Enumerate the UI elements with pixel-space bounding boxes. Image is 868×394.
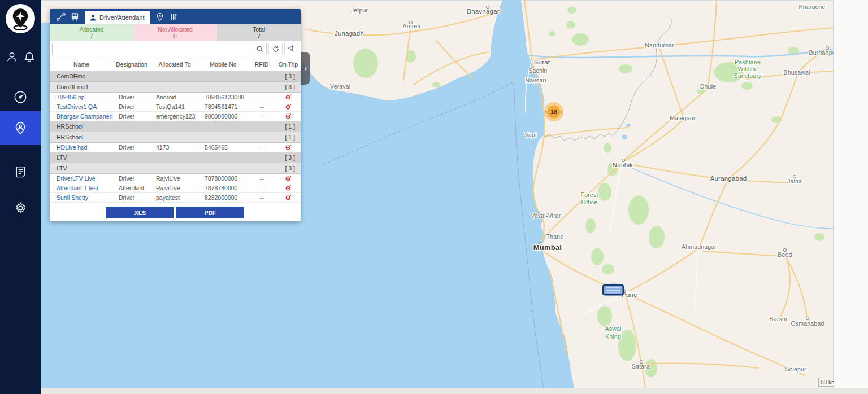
- driver-designation: Driver: [113, 103, 150, 110]
- tab-driver-attendant-label: Driver/Attendant: [99, 14, 144, 21]
- refresh-icon: [272, 45, 280, 53]
- driver-on-trip-cell[interactable]: [276, 93, 301, 102]
- driver-mobile: 9800000000: [199, 113, 248, 120]
- driver-allocated-to: Android: [150, 94, 199, 100]
- tab-driver-attendant[interactable]: Driver/Attendant: [85, 11, 150, 24]
- driver-on-trip-cell[interactable]: [276, 103, 301, 111]
- group-row[interactable]: ComDEmo[ 3 ]: [50, 71, 301, 82]
- driver-designation: Driver: [113, 113, 150, 120]
- driver-mobile: 8282000000: [199, 194, 248, 201]
- map-label: Thane: [546, 233, 564, 240]
- group-count: [ 3 ]: [285, 84, 295, 90]
- filter-button[interactable]: [284, 43, 298, 55]
- driver-rfid: --: [248, 94, 276, 100]
- map-label: Satara: [632, 363, 650, 370]
- driver-designation: Driver: [113, 194, 150, 201]
- report-document-icon: [14, 165, 27, 178]
- route-tab-icon[interactable]: [54, 9, 68, 24]
- vehicle-tab-icon[interactable]: [68, 9, 81, 24]
- map-label: Forest: [581, 191, 598, 198]
- driver-rfid: --: [248, 144, 276, 151]
- driver-row[interactable]: HDLive hsdDriver41735465465--: [50, 143, 301, 152]
- on-trip-icon: [285, 194, 292, 201]
- group-row[interactable]: HRSchool[ 1 ]: [50, 132, 301, 143]
- panel-tab-bar: Driver/Attendant: [50, 9, 301, 24]
- driver-name[interactable]: Sunil Shetty: [50, 194, 113, 201]
- person-pin-tab-icon[interactable]: [153, 9, 167, 24]
- map-label: Solapur: [785, 366, 806, 373]
- map-label: Wildlife: [737, 65, 757, 72]
- map-label: Office: [581, 199, 597, 205]
- driver-rfid: --: [248, 103, 276, 110]
- group-count: [ 3 ]: [285, 165, 295, 172]
- stat-not-allocated-label: Not Allocated: [158, 26, 193, 33]
- app-logo[interactable]: [6, 4, 35, 33]
- driver-row[interactable]: TestDriver1 QADriverTestQa1417894561471-…: [50, 102, 301, 112]
- driver-on-trip-cell[interactable]: [276, 184, 301, 192]
- driver-on-trip-cell[interactable]: [276, 174, 301, 183]
- map-label: Junagadh: [335, 30, 364, 37]
- users-icon[interactable]: [6, 51, 18, 63]
- pdf-export-button[interactable]: PDF: [176, 207, 244, 218]
- sidebar-item-reports[interactable]: [0, 157, 41, 186]
- map-label: Sanctuary: [734, 72, 762, 79]
- driver-allocated-to: TestQa141: [150, 103, 199, 110]
- driver-mobile: 789456123088: [199, 94, 248, 100]
- driver-on-trip-cell[interactable]: [276, 194, 301, 202]
- search-input[interactable]: [55, 44, 256, 54]
- driver-row[interactable]: Attendant T testAttendantRajviLive787878…: [50, 183, 301, 193]
- filter-icon: [286, 44, 297, 55]
- stat-total-value: 7: [257, 33, 261, 40]
- sidebar-item-tracking[interactable]: [0, 111, 41, 145]
- cluster-marker[interactable]: 18: [544, 102, 563, 121]
- allocation-stats: Allocated 7 Not Allocated 0 Total 7: [50, 24, 301, 41]
- driver-row[interactable]: Bhargav ChampaneriDriveremergency1239800…: [50, 112, 301, 121]
- driver-on-trip-cell[interactable]: [276, 143, 301, 152]
- col-allocated-to: Allocated To: [150, 61, 199, 68]
- xls-export-button[interactable]: XLS: [106, 207, 174, 218]
- driver-row[interactable]: DriverLTV LiveDriverRajviLive7878000000-…: [50, 174, 301, 183]
- group-name: HRSchool: [57, 123, 83, 130]
- map-label: Bhusawal: [783, 69, 810, 76]
- on-trip-icon: [285, 93, 292, 100]
- sidebar-item-settings[interactable]: [0, 193, 41, 222]
- driver-name[interactable]: 789456 pp: [50, 94, 113, 100]
- vehicle-marker[interactable]: [603, 285, 623, 295]
- driver-mobile: 7894561471: [199, 103, 248, 110]
- map-label: Veraval: [330, 83, 350, 90]
- group-row[interactable]: HRSchool[ 1 ]: [50, 121, 301, 132]
- driver-row[interactable]: 789456 ppDriverAndroid789456123088--: [50, 93, 301, 102]
- driver-name[interactable]: Bhargav Champaneri: [50, 113, 113, 120]
- stat-allocated-label: Allocated: [79, 26, 103, 33]
- group-row[interactable]: LTV[ 3 ]: [50, 152, 301, 163]
- group-name: LTV: [57, 165, 67, 172]
- group-row[interactable]: ComDEmo1[ 3 ]: [50, 82, 301, 93]
- driver-name[interactable]: HDLive hsd: [50, 144, 113, 151]
- group-count: [ 1 ]: [285, 134, 295, 141]
- driver-name[interactable]: Attendant T test: [50, 185, 113, 191]
- refresh-button[interactable]: [268, 43, 283, 55]
- driver-rfid: --: [248, 113, 276, 120]
- driver-name[interactable]: TestDriver1 QA: [50, 103, 113, 110]
- stat-allocated-value: 7: [90, 33, 93, 40]
- on-trip-icon: [285, 174, 292, 182]
- driver-designation: Driver: [113, 175, 150, 182]
- notifications-icon[interactable]: [23, 51, 36, 63]
- group-row[interactable]: LTV[ 3 ]: [50, 163, 301, 174]
- map-label: Osmanabad: [791, 320, 824, 327]
- driver-mobile: 5465465: [199, 144, 248, 151]
- driver-on-trip-cell[interactable]: [276, 112, 301, 121]
- map-scale: 50 km: [818, 378, 834, 386]
- driver-name[interactable]: DriverLTV Live: [50, 175, 113, 182]
- sidebar-item-dashboard[interactable]: [0, 82, 41, 112]
- group-count: [ 3 ]: [285, 73, 295, 80]
- driver-row[interactable]: Sunil ShettyDriverpayaltest8282000000--: [50, 193, 301, 203]
- panel-collapse-handle[interactable]: ‹: [301, 52, 310, 85]
- map-label: Bhavnagar: [467, 8, 499, 15]
- search-icon[interactable]: [256, 45, 264, 53]
- right-gutter: [834, 0, 868, 388]
- settings-gear-icon: [14, 201, 28, 215]
- col-mobile-no: Mobile No: [199, 61, 248, 68]
- grid-sliders-tab-icon[interactable]: [167, 9, 180, 24]
- map-label: Amreli: [403, 23, 420, 29]
